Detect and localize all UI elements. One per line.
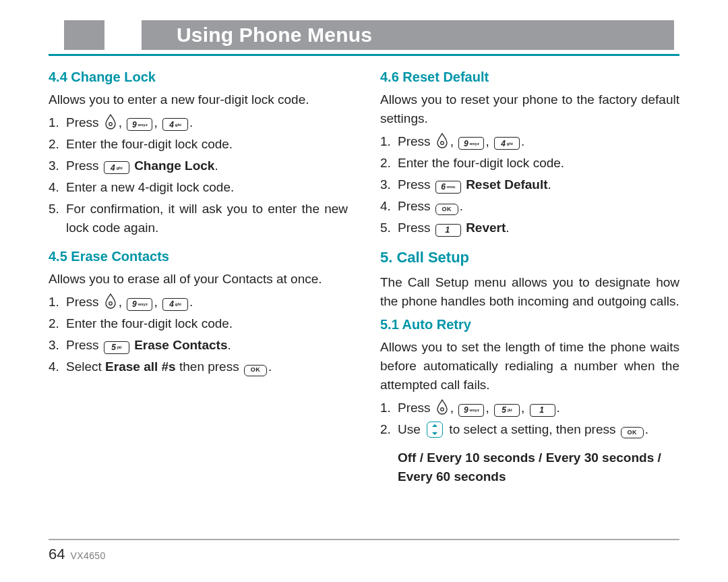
key-1: 1: [530, 404, 555, 417]
menu-teardrop-icon: [104, 114, 117, 130]
key-4: 4ghi: [104, 161, 129, 174]
key-1: 1: [435, 224, 461, 237]
heading-auto-retry: 5.1 Auto Retry: [380, 315, 679, 335]
auto-retry-options: Off / Every 10 seconds / Every 30 second…: [398, 448, 679, 486]
key-ok: OK: [435, 204, 458, 215]
step: Enter the four-digit lock code.: [49, 314, 348, 333]
step: Press , 9wxyz, 4ghi.: [380, 132, 679, 151]
key-4: 4ghi: [162, 298, 188, 311]
blurb-auto-retry: Allows you to set the length of time the…: [380, 338, 679, 395]
step-text: Press: [66, 158, 99, 173]
step: Use to select a setting, then press OK.: [380, 420, 679, 439]
step-bold: Change Lock: [134, 158, 214, 173]
svg-point-0: [109, 122, 113, 125]
page-number: 64: [49, 546, 65, 563]
step-text: Press: [398, 177, 431, 192]
key-ok: OK: [621, 427, 644, 438]
bottom-rule: [49, 539, 679, 540]
step-text: Press: [398, 401, 431, 415]
heading-erase-contacts: 4.5 Erase Contacts: [49, 247, 348, 267]
step: Press 5jkl Erase Contacts.: [49, 336, 348, 355]
key-ok: OK: [244, 365, 267, 376]
step: Press 1 Revert.: [380, 219, 679, 237]
steps-erase-contacts: Press , 9wxyz, 4ghi. Enter the four-digi…: [49, 293, 348, 376]
key-9: 9wxyz: [458, 404, 484, 417]
step: For confirmation, it will ask you to ent…: [49, 200, 348, 237]
key-4: 4ghi: [162, 118, 188, 131]
svg-point-3: [441, 408, 444, 411]
key-9: 9wxyz: [127, 118, 152, 131]
step: Press 4ghi Change Lock.: [49, 156, 348, 175]
key-6: 6mno: [435, 181, 461, 194]
menu-teardrop-icon: [436, 133, 448, 149]
steps-auto-retry: Press , 9wxyz, 5jkl, 1. Use to select a …: [380, 399, 679, 439]
step: Press , 9wxyz, 4ghi.: [49, 293, 348, 312]
key-9: 9wxyz: [127, 298, 152, 311]
manual-page: Using Phone Menus 4.4 Change Lock Allows…: [0, 0, 728, 582]
step-bold: Reset Default: [466, 177, 547, 192]
step: Select Erase all #s then press OK.: [49, 357, 348, 376]
step-text: Press: [398, 199, 431, 213]
menu-teardrop-icon: [104, 293, 117, 310]
blurb-erase-contacts: Allows you to erase all of your Contacts…: [49, 270, 348, 289]
step: Enter the four-digit lock code.: [380, 154, 679, 173]
svg-point-1: [109, 302, 113, 305]
key-5: 5jkl: [104, 341, 129, 354]
right-column: 4.6 Reset Default Allows you to reset yo…: [380, 66, 679, 529]
blurb-change-lock: Allows you to enter a new four-digit loc…: [49, 90, 348, 109]
step: Press , 9wxyz, 4ghi.: [49, 113, 348, 132]
heading-reset-default: 4.6 Reset Default: [380, 67, 679, 88]
steps-change-lock: Press , 9wxyz, 4ghi. Enter the four-digi…: [49, 113, 348, 238]
step-bold: Erase Contacts: [134, 338, 227, 352]
page-title: Using Phone Menus: [142, 20, 674, 50]
model-number: VX4650: [70, 550, 105, 561]
page-header: Using Phone Menus: [0, 20, 728, 50]
step-text: Press: [66, 115, 99, 129]
step: Enter the four-digit lock code.: [49, 135, 348, 154]
top-rule: [49, 54, 679, 56]
heading-change-lock: 4.4 Change Lock: [49, 67, 348, 88]
step-bold: Revert: [466, 221, 506, 235]
dpad-icon: [427, 421, 443, 438]
blurb-reset-default: Allows you to reset your phone to the fa…: [380, 90, 679, 128]
left-column: 4.4 Change Lock Allows you to enter a ne…: [49, 66, 348, 529]
step-bold: Erase all #s: [105, 359, 176, 374]
step: Enter a new 4-digit lock code.: [49, 178, 348, 197]
step-text: Press: [66, 338, 99, 352]
key-4: 4ghi: [494, 137, 520, 150]
step-text: Press: [398, 134, 431, 148]
step-text: Use: [398, 422, 421, 436]
header-stub: [64, 20, 104, 50]
content-columns: 4.4 Change Lock Allows you to enter a ne…: [49, 66, 679, 529]
step: Press , 9wxyz, 5jkl, 1.: [380, 399, 679, 417]
step-text: then press: [179, 359, 239, 374]
blurb-call-setup: The Call Setup menu allows you to design…: [380, 273, 679, 311]
step-text: to select a setting, then press: [449, 422, 615, 436]
menu-teardrop-icon: [436, 399, 448, 415]
step-text: Press: [66, 295, 99, 309]
footer: 64 VX4650: [49, 546, 106, 563]
step-text: Press: [398, 221, 431, 235]
svg-point-2: [441, 142, 444, 145]
step-text: Select: [66, 359, 102, 374]
key-5: 5jkl: [494, 404, 520, 417]
step: Press OK.: [380, 197, 679, 216]
heading-call-setup: 5. Call Setup: [380, 247, 679, 269]
key-9: 9wxyz: [458, 137, 484, 150]
step: Press 6mno Reset Default.: [380, 175, 679, 194]
steps-reset-default: Press , 9wxyz, 4ghi. Enter the four-digi…: [380, 132, 679, 238]
